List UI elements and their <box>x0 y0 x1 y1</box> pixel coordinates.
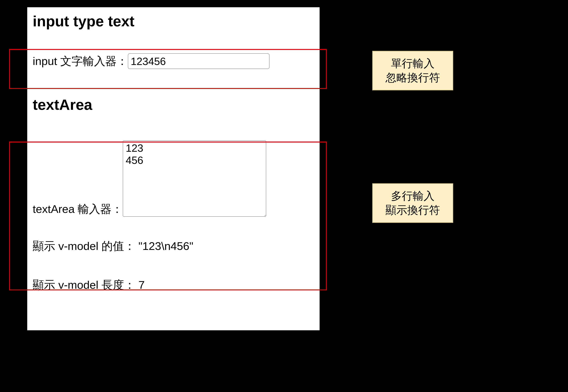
vmodel-length-row: 顯示 v-model 長度： 7 <box>33 277 314 293</box>
vmodel-length-value: 7 <box>138 279 145 291</box>
heading-textarea: textArea <box>33 96 314 113</box>
input-label: input 文字輸入器： <box>33 54 128 69</box>
vmodel-value: "123\n456" <box>138 240 193 252</box>
text-input[interactable] <box>128 53 269 69</box>
textarea-input[interactable] <box>123 140 266 217</box>
textarea-row: textArea 輸入器： <box>33 140 314 217</box>
vmodel-length-label: 顯示 v-model 長度： <box>33 279 135 291</box>
demo-panel: input type text input 文字輸入器： textArea te… <box>27 7 320 330</box>
vmodel-value-label: 顯示 v-model 的值： <box>33 240 135 252</box>
input-row: input 文字輸入器： <box>33 53 314 69</box>
callout-single-line: 單行輸入 忽略換行符 <box>372 51 453 90</box>
heading-input-type-text: input type text <box>33 13 314 30</box>
callout-multi-line: 多行輸入 顯示換行符 <box>372 183 453 223</box>
vmodel-value-row: 顯示 v-model 的值： "123\n456" <box>33 238 314 254</box>
textarea-label: textArea 輸入器： <box>33 201 123 217</box>
